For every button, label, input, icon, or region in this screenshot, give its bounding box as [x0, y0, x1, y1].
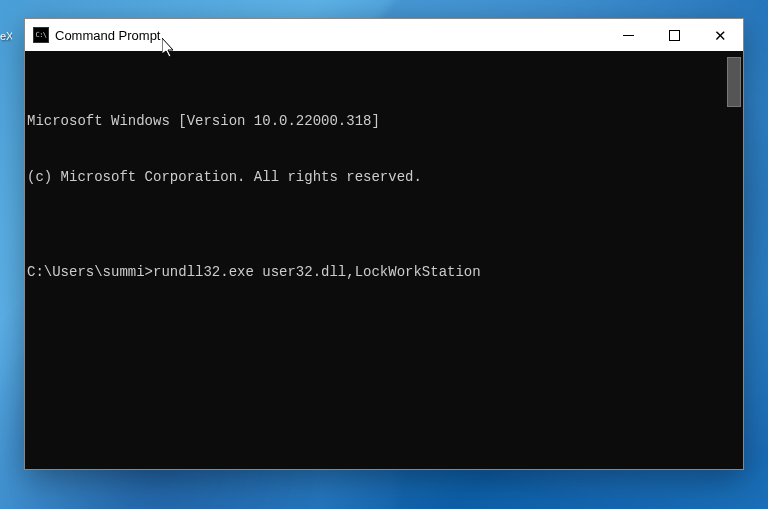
- titlebar[interactable]: C:\ Command Prompt ✕: [25, 19, 743, 51]
- minimize-icon: [623, 35, 634, 36]
- window-title: Command Prompt: [55, 28, 160, 43]
- minimize-button[interactable]: [605, 19, 651, 51]
- maximize-button[interactable]: [651, 19, 697, 51]
- desktop-icon-fragment: eX: [0, 30, 12, 60]
- window-controls: ✕: [605, 19, 743, 51]
- terminal-line: Microsoft Windows [Version 10.0.22000.31…: [27, 112, 741, 131]
- scrollbar-thumb[interactable]: [727, 57, 741, 107]
- close-button[interactable]: ✕: [697, 19, 743, 51]
- terminal-prompt-line: C:\Users\summi>rundll32.exe user32.dll,L…: [27, 263, 741, 282]
- maximize-icon: [669, 30, 680, 41]
- cmd-icon: C:\: [33, 27, 49, 43]
- cmd-icon-text: C:\: [35, 32, 46, 39]
- terminal-body[interactable]: Microsoft Windows [Version 10.0.22000.31…: [25, 51, 743, 469]
- terminal-line: (c) Microsoft Corporation. All rights re…: [27, 168, 741, 187]
- close-icon: ✕: [714, 28, 727, 43]
- command-prompt-window: C:\ Command Prompt ✕ Microsoft Windows […: [24, 18, 744, 470]
